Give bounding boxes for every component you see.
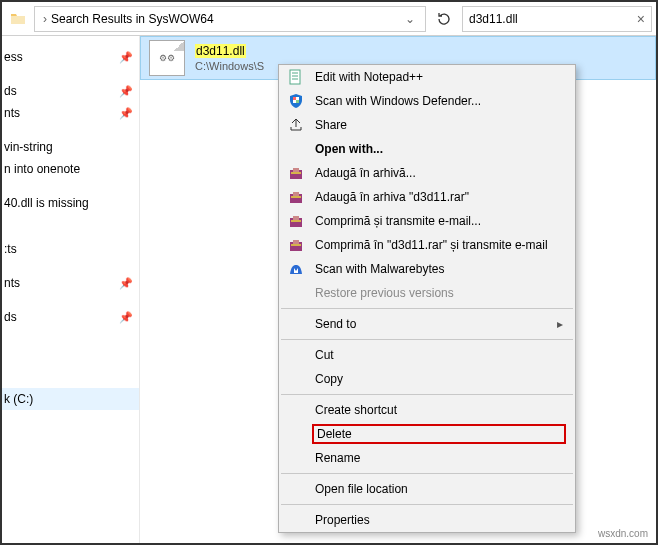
- search-input[interactable]: d3d11.dll ×: [462, 6, 652, 32]
- svg-rect-8: [293, 192, 299, 196]
- menu-properties[interactable]: Properties: [279, 508, 575, 532]
- share-icon: [287, 116, 305, 134]
- refresh-button[interactable]: [430, 6, 458, 32]
- chevron-right-icon: ›: [43, 12, 47, 26]
- menu-compress-email[interactable]: Comprimă și transmite e-mail...: [279, 209, 575, 233]
- breadcrumb[interactable]: › Search Results in SysWOW64 ⌄: [34, 6, 426, 32]
- sidebar: ess📌 ds📌 nts📌 vin-string n into onenote …: [2, 36, 140, 543]
- chevron-down-icon[interactable]: ⌄: [399, 12, 421, 26]
- menu-open-file-location[interactable]: Open file location: [279, 477, 575, 501]
- sidebar-item[interactable]: n into onenote: [2, 158, 139, 180]
- file-name: d3d11.dll: [195, 44, 246, 58]
- sidebar-item-drive-c[interactable]: k (C:): [2, 388, 139, 410]
- clear-search-button[interactable]: ×: [637, 11, 645, 27]
- malwarebytes-icon: [287, 260, 305, 278]
- menu-open-with[interactable]: Open with...: [279, 137, 575, 161]
- chevron-right-icon: ▸: [557, 317, 563, 331]
- menu-archive-add[interactable]: Adaugă în arhivă...: [279, 161, 575, 185]
- pin-icon: 📌: [119, 277, 133, 290]
- sidebar-item[interactable]: ds📌: [2, 80, 139, 102]
- svg-rect-14: [293, 240, 299, 244]
- menu-share[interactable]: Share: [279, 113, 575, 137]
- notepadpp-icon: [287, 68, 305, 86]
- dll-file-icon: ⚙⚙: [149, 40, 185, 76]
- menu-cut[interactable]: Cut: [279, 343, 575, 367]
- menu-rename[interactable]: Rename: [279, 446, 575, 470]
- svg-rect-3: [296, 100, 299, 103]
- svg-rect-2: [293, 97, 296, 100]
- winrar-icon: [287, 236, 305, 254]
- file-path: C:\Windows\S: [195, 60, 264, 72]
- winrar-icon: [287, 212, 305, 230]
- menu-archive-add-named[interactable]: Adaugă în arhiva "d3d11.rar": [279, 185, 575, 209]
- context-menu: Edit with Notepad++ Scan with Windows De…: [278, 64, 576, 533]
- menu-delete[interactable]: Delete: [279, 422, 575, 446]
- pin-icon: 📌: [119, 51, 133, 64]
- sidebar-item[interactable]: ess📌: [2, 46, 139, 68]
- menu-send-to[interactable]: Send to ▸: [279, 312, 575, 336]
- breadcrumb-text: Search Results in SysWOW64: [51, 12, 399, 26]
- sidebar-item[interactable]: 40.dll is missing: [2, 192, 139, 214]
- pin-icon: 📌: [119, 107, 133, 120]
- pin-icon: 📌: [119, 311, 133, 324]
- svg-rect-9: [291, 196, 301, 198]
- pin-icon: 📌: [119, 85, 133, 98]
- defender-shield-icon: [287, 92, 305, 110]
- winrar-icon: [287, 164, 305, 182]
- menu-compress-named-email[interactable]: Comprimă în "d3d11.rar" și transmite e-m…: [279, 233, 575, 257]
- menu-edit-notepadpp[interactable]: Edit with Notepad++: [279, 65, 575, 89]
- sidebar-item[interactable]: vin-string: [2, 136, 139, 158]
- sidebar-item[interactable]: ds📌: [2, 306, 139, 328]
- svg-rect-5: [293, 168, 299, 172]
- folder-icon: [6, 7, 30, 31]
- menu-scan-defender[interactable]: Scan with Windows Defender...: [279, 89, 575, 113]
- menu-restore-previous-versions[interactable]: Restore previous versions: [279, 281, 575, 305]
- sidebar-item[interactable]: nts📌: [2, 102, 139, 124]
- menu-scan-malwarebytes[interactable]: Scan with Malwarebytes: [279, 257, 575, 281]
- credit-text: wsxdn.com: [598, 528, 648, 539]
- winrar-icon: [287, 188, 305, 206]
- svg-rect-6: [291, 172, 301, 174]
- sidebar-item[interactable]: :ts: [2, 238, 139, 260]
- search-value: d3d11.dll: [469, 12, 637, 26]
- svg-rect-0: [290, 70, 300, 84]
- svg-rect-11: [293, 216, 299, 220]
- menu-create-shortcut[interactable]: Create shortcut: [279, 398, 575, 422]
- svg-rect-12: [291, 220, 301, 222]
- menu-copy[interactable]: Copy: [279, 367, 575, 391]
- svg-rect-15: [291, 244, 301, 246]
- sidebar-item[interactable]: nts📌: [2, 272, 139, 294]
